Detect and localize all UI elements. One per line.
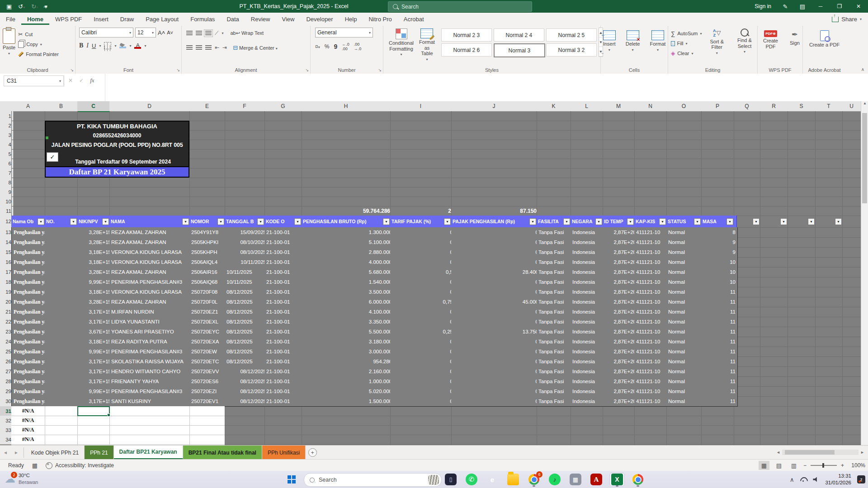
filter-dropdown-icon[interactable]: ▼ [38, 218, 44, 225]
cell-G21[interactable]: 21-100-01 [264, 307, 306, 317]
cell-M23[interactable]: 2,87E+20 [603, 327, 638, 337]
customize-qat-icon[interactable]: ▾̶ [44, 3, 47, 10]
ribbon-tab-help[interactable]: Help [339, 14, 363, 25]
column-header-Q[interactable]: Q [734, 101, 760, 112]
zoom-slider[interactable] [811, 465, 837, 466]
align-right-icon[interactable] [205, 45, 212, 50]
name-box[interactable]: C31▾ [4, 75, 64, 86]
cell-G14[interactable]: 21-100-01 [264, 237, 306, 248]
cell-M21[interactable]: 2,87E+20 [603, 307, 638, 317]
cell-D19[interactable]: VERONICA KIDUNG LARASA [109, 287, 193, 297]
cell-E28[interactable]: 250720ES6 [189, 376, 229, 387]
cell-I26[interactable]: 0 [390, 357, 455, 367]
cell-B21[interactable] [45, 307, 81, 317]
cell-I14[interactable]: 0 [390, 237, 455, 248]
cell-I20[interactable]: 0,75 [390, 297, 455, 307]
selected-cell-C31[interactable] [77, 406, 110, 416]
table-header-J[interactable]: PAJAK PENGHASILAN (Rp) [451, 216, 540, 228]
zoom-level[interactable]: 100% [848, 462, 865, 469]
cell-M22[interactable]: 2,87E+20 [603, 317, 638, 327]
cell-B15[interactable] [45, 247, 81, 258]
cell-D26[interactable]: SKOLASTIKA RAISSA WIJAYA [109, 357, 193, 367]
cell-G13[interactable]: 21-100-01 [264, 227, 306, 238]
na-cell-A31[interactable]: #N/A [11, 406, 45, 416]
column-header-I[interactable]: I [390, 101, 452, 112]
cell-E18[interactable]: 2506AIQ68 [189, 277, 229, 287]
cell-D28[interactable]: FRIENANTY YAHYA [109, 376, 193, 387]
cell-G17[interactable]: 21-100-01 [264, 267, 306, 277]
vertical-scrollbar-thumb[interactable] [862, 113, 867, 203]
cell-G15[interactable]: 21-100-01 [264, 247, 306, 258]
cell-F18[interactable]: 10/11/2025 [225, 277, 269, 287]
italic-button[interactable]: I [86, 42, 89, 49]
cell-H26[interactable]: 954.286 [302, 357, 394, 367]
cell-B23[interactable] [45, 327, 81, 337]
taskbar-search-box[interactable]: Search [304, 473, 442, 487]
horizontal-scrollbar[interactable]: ◄ ► [776, 449, 864, 455]
ribbon-tab-draw[interactable]: Draw [114, 14, 140, 25]
column-header-O[interactable]: O [666, 101, 702, 112]
start-button[interactable] [288, 475, 296, 483]
filter-dropdown-icon[interactable]: ▼ [835, 218, 842, 225]
increase-indent-icon[interactable]: ⇥ [222, 44, 227, 51]
cell-E13[interactable]: 2504Y91Y8 [189, 227, 229, 238]
cell-O14[interactable]: Normal [666, 237, 705, 248]
cell-B19[interactable] [45, 287, 81, 297]
cell-J21[interactable]: 0 [451, 307, 541, 317]
cell-K25[interactable]: Tanpa Fasi [537, 347, 575, 357]
cell-M27[interactable]: 2,87E+20 [603, 366, 638, 377]
cell-O24[interactable]: Normal [666, 337, 705, 347]
formula-input[interactable] [105, 74, 868, 101]
paste-button[interactable]: Paste▾ [0, 28, 18, 56]
cell-O18[interactable]: Normal [666, 277, 705, 287]
orientation-icon[interactable]: ⟋ [215, 30, 218, 36]
acrobat-icon[interactable]: A [589, 473, 604, 486]
cell-D27[interactable]: HENDRO WITIANTO CAHYO [109, 366, 193, 377]
cell-C24[interactable]: 3,18E+15 [77, 337, 113, 347]
cell-B29[interactable] [45, 386, 81, 397]
cell-I18[interactable]: 0 [390, 277, 455, 287]
cell-H14[interactable]: 5.100.000 [302, 237, 394, 248]
ribbon-tab-developer[interactable]: Developer [300, 14, 339, 25]
cell-A13[interactable]: Penghasilan yang diter [11, 227, 49, 238]
filter-dropdown-icon[interactable]: ▼ [70, 218, 77, 225]
tray-chevron-icon[interactable]: ∧ [790, 476, 794, 483]
close-button[interactable]: ✕ [849, 0, 868, 13]
sign-button[interactable]: ✒Sign [787, 29, 802, 47]
ribbon-tab-insert[interactable]: Insert [88, 14, 114, 25]
titlebar-search-box[interactable]: Search [388, 1, 532, 12]
cell-H29[interactable]: 5.020.000 [302, 386, 394, 397]
cell-L28[interactable]: Indonesia [571, 376, 607, 387]
accounting-format-icon[interactable]: ¤▾ [315, 43, 320, 50]
weather-widget[interactable]: ☁2 30°C Berawan [5, 472, 38, 486]
cell-G18[interactable]: 21-100-01 [264, 277, 306, 287]
cell-A27[interactable]: Penghasilan yang diter [11, 366, 49, 377]
cell-H24[interactable]: 3.180.000 [302, 337, 394, 347]
cell-M18[interactable]: 2,87E+20 [603, 277, 638, 287]
filter-dropdown-icon[interactable]: ▼ [444, 218, 451, 225]
cell-G16[interactable]: 21-100-01 [264, 257, 306, 267]
excel-icon[interactable]: X [609, 473, 625, 486]
insert-function-icon[interactable]: fx [90, 77, 94, 84]
ribbon-tab-acrobat[interactable]: Acrobat [398, 14, 430, 25]
browser-icon[interactable] [630, 473, 646, 486]
cell-D14[interactable]: REZA AKMAL ZAHRAN [109, 237, 193, 248]
sheet-nav-right-icon[interactable]: ► [11, 446, 22, 460]
cell-H23[interactable]: 5.500.000 [302, 327, 394, 337]
cell-M15[interactable]: 2,87E+20 [603, 247, 638, 258]
cell-N26[interactable]: 411121-10 [634, 357, 670, 367]
ribbon-tab-home[interactable]: Home [21, 14, 49, 25]
cell-E24[interactable]: 250720EXA [189, 337, 229, 347]
cell-H13[interactable]: 1.300.000 [302, 227, 394, 238]
cell-I27[interactable]: 0 [390, 366, 455, 377]
column-header-E[interactable]: E [189, 101, 225, 112]
cell-H18[interactable]: 1.540.000 [302, 277, 394, 287]
cell-L25[interactable]: Indonesia [571, 347, 607, 357]
new-sheet-button[interactable]: + [306, 446, 319, 460]
cell-H30[interactable]: 1.500.000 [302, 396, 394, 407]
cell-G24[interactable]: 21-100-01 [264, 337, 306, 347]
vertical-scrollbar[interactable]: ▲ [861, 101, 868, 445]
cell-A21[interactable]: Penghasilan yang diter [11, 307, 49, 317]
cell-D24[interactable]: REZA RADITYA PUTRA [109, 337, 193, 347]
filter-dropdown-icon[interactable]: ▼ [780, 218, 787, 225]
